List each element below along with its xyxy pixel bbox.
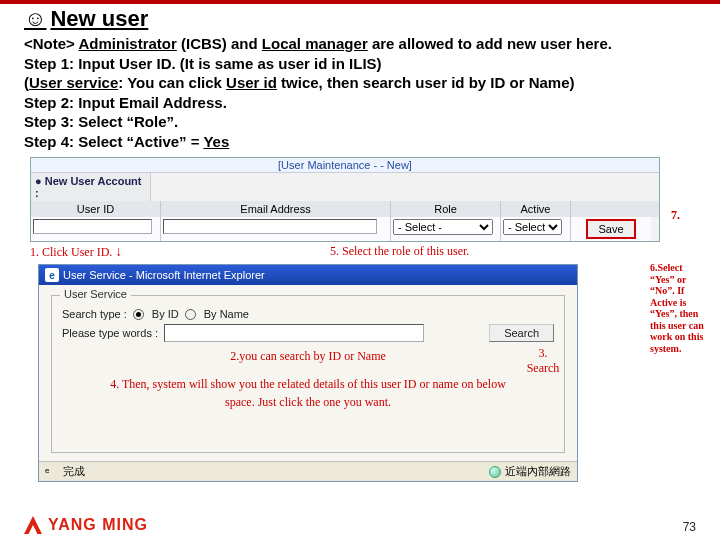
fieldset-legend: User Service [60,288,131,300]
note-step2: Step 2: Input Email Address. [24,93,696,113]
radio-by-id[interactable] [133,309,144,320]
please-type-label: Please type words : [62,327,158,339]
user-service-fieldset: User Service Search type : By ID By Name… [51,295,565,453]
status-zone: 近端內部網路 [505,464,571,479]
um-account-label: New User Account : [35,175,142,199]
save-button[interactable]: Save [586,219,635,239]
anno-3: 3. Search [522,346,564,376]
ie-window: e User Service - Microsoft Internet Expl… [38,264,578,482]
search-button[interactable]: Search [489,324,554,342]
note-fragment: (ICBS) and [181,35,262,52]
col-email: Email Address [161,201,391,217]
radio-by-id-label: By ID [152,308,179,320]
note-yes: Yes [203,133,229,150]
col-active: Active [501,201,571,217]
ie-title-text: User Service - Microsoft Internet Explor… [63,269,265,281]
userid-input[interactable] [33,219,152,234]
active-select[interactable]: - Select - [503,219,562,235]
ie-status-icon: e [45,466,57,478]
ie-icon: e [45,268,59,282]
user-maintenance-panel: [User Maintenance - - New] ● New User Ac… [30,157,660,242]
note-fragment: are allowed to add new user here. [372,35,612,52]
radio-by-name[interactable] [185,309,196,320]
note-userid: User id [226,74,277,91]
globe-icon [489,466,501,478]
note-admin: Administrator [78,35,176,52]
um-caption: [User Maintenance - - New] [31,158,659,173]
anno-7: 7. [671,208,680,223]
anno-5: 5. Select the role of this user. [330,244,660,260]
note-localmgr: Local manager [262,35,368,52]
radio-by-name-label: By Name [204,308,249,320]
status-done: 完成 [63,464,85,479]
col-save [571,201,651,217]
note-step1: Step 1: Input User ID. (It is same as us… [24,54,696,74]
col-role: Role [391,201,501,217]
brand-mark-icon [24,516,42,534]
note-fragment: : You can click [118,74,226,91]
note-block: <Note> Administrator (ICBS) and Local ma… [24,34,696,151]
note-fragment: twice, then search user id by ID or Name… [277,74,575,91]
title-text: New user [50,6,148,32]
note-tag: <Note> [24,35,75,52]
anno-4: 4. Then, system will show you the relate… [110,377,506,409]
brand-logo: YANG MING [24,516,148,534]
role-select[interactable]: - Select - [393,219,493,235]
page-title: ☺ New user [24,6,696,32]
page-number: 73 [683,520,696,534]
top-red-bar [0,0,720,4]
search-type-label: Search type : [62,308,127,320]
ie-titlebar: e User Service - Microsoft Internet Expl… [39,265,577,285]
email-input[interactable] [163,219,377,234]
note-step4: Step 4: Select “Active” = [24,133,203,150]
col-userid: User ID [31,201,161,217]
brand-text: YANG MING [48,516,148,534]
arrow-down-icon: ↓ [115,244,122,259]
smile-icon: ☺ [24,6,46,32]
anno-6: 6.Select “Yes” or “No”. If Active is “Ye… [650,262,708,354]
ie-statusbar: e 完成 近端內部網路 [39,461,577,481]
anno-1: 1. Click User ID. ↓ [30,244,330,260]
search-words-input[interactable] [164,324,424,342]
note-step3: Step 3: Select “Role”. [24,112,696,132]
note-userservice: User service [29,74,118,91]
anno-2: 2.you can search by ID or Name [230,349,386,363]
